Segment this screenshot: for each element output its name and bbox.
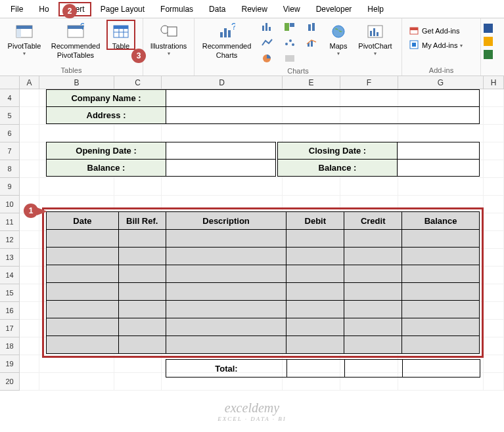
cell[interactable] — [484, 302, 504, 320]
col-header-G[interactable]: G — [398, 76, 484, 89]
cell[interactable] — [340, 178, 398, 196]
cell[interactable] — [20, 107, 39, 125]
select-all-corner[interactable] — [0, 76, 20, 89]
row-header-9[interactable]: 9 — [0, 178, 20, 196]
cell[interactable] — [484, 107, 504, 125]
row-header-13[interactable]: 13 — [0, 249, 20, 267]
cell[interactable] — [484, 320, 504, 337]
row-header-7[interactable]: 7 — [0, 142, 20, 160]
chart-hierarchy-button[interactable] — [280, 20, 300, 34]
cell[interactable] — [20, 125, 39, 142]
cell[interactable] — [484, 125, 504, 142]
row-header-5[interactable]: 5 — [0, 107, 20, 125]
cell[interactable] — [39, 196, 114, 213]
row-header-17[interactable]: 17 — [0, 320, 20, 337]
cell[interactable] — [484, 337, 504, 355]
tab-help[interactable]: Help — [361, 2, 390, 16]
pivotchart-button[interactable]: PivotChart ▾ — [355, 20, 396, 57]
cell[interactable] — [484, 284, 504, 302]
tab-developer[interactable]: Developer — [309, 2, 359, 16]
row-header-12[interactable]: 12 — [0, 231, 20, 249]
tab-home[interactable]: Ho — [32, 2, 55, 16]
cell[interactable] — [39, 373, 114, 391]
chart-line-button[interactable] — [258, 35, 277, 50]
col-header-C[interactable]: C — [114, 76, 162, 89]
bing-icon[interactable] — [482, 35, 494, 47]
chart-column-button[interactable] — [258, 20, 277, 34]
cell[interactable] — [114, 125, 162, 142]
ledger-row[interactable] — [47, 283, 480, 301]
row-header-16[interactable]: 16 — [0, 302, 20, 320]
cell[interactable] — [484, 142, 504, 160]
chart-scatter-button[interactable] — [280, 35, 300, 50]
col-header-F[interactable]: F — [340, 76, 398, 89]
cell[interactable] — [20, 267, 39, 284]
col-header-E[interactable]: E — [283, 76, 340, 89]
ledger-row[interactable] — [47, 336, 480, 354]
ledger-row[interactable] — [47, 301, 480, 318]
cell[interactable] — [398, 196, 484, 213]
get-addins-button[interactable]: Get Add-ins — [409, 25, 474, 37]
cell[interactable] — [484, 267, 504, 284]
cell[interactable] — [20, 302, 39, 320]
tab-view[interactable]: View — [277, 2, 307, 16]
illustrations-button[interactable]: Illustrations ▾ — [147, 20, 190, 57]
row-header-6[interactable]: 6 — [0, 125, 20, 142]
tab-review[interactable]: Review — [235, 2, 273, 16]
my-addins-button[interactable]: My Add-ins ▾ — [409, 39, 474, 51]
cell[interactable] — [484, 231, 504, 249]
pivottable-button[interactable]: PivotTable ▾ — [4, 20, 45, 57]
cell[interactable] — [162, 178, 283, 196]
cell[interactable] — [484, 249, 504, 267]
ledger-row[interactable] — [47, 248, 480, 265]
row-header-15[interactable]: 15 — [0, 284, 20, 302]
cell[interactable] — [20, 320, 39, 337]
recommended-pivottables-button[interactable]: ? Recommended PivotTables — [47, 20, 104, 59]
cell[interactable] — [114, 355, 162, 373]
col-header-H[interactable]: H — [484, 76, 504, 89]
cell[interactable] — [484, 373, 504, 391]
cell[interactable] — [114, 196, 162, 213]
recommended-charts-button[interactable]: ? Recommended Charts — [198, 20, 255, 59]
table-button[interactable]: Table — [106, 20, 135, 50]
maps-button[interactable]: Maps ▾ — [325, 20, 352, 57]
tab-page-layout[interactable]: Page Layout — [94, 2, 151, 16]
tab-data[interactable]: Data — [202, 2, 232, 16]
cell[interactable] — [20, 249, 39, 267]
cell[interactable] — [162, 125, 283, 142]
tab-file[interactable]: File — [4, 2, 30, 16]
cell[interactable] — [114, 373, 162, 391]
chart-stat-button[interactable] — [302, 20, 322, 34]
address-cell[interactable] — [166, 107, 480, 124]
cell[interactable] — [340, 125, 398, 142]
opening-balance-cell[interactable] — [166, 160, 276, 177]
cell[interactable] — [20, 284, 39, 302]
cell[interactable] — [283, 125, 340, 142]
cell[interactable] — [484, 178, 504, 196]
cell[interactable] — [39, 355, 114, 373]
row-header-19[interactable]: 19 — [0, 355, 20, 373]
row-header-8[interactable]: 8 — [0, 160, 20, 178]
total-debit-cell[interactable] — [287, 360, 345, 378]
col-header-D[interactable]: D — [162, 76, 283, 89]
cell[interactable] — [39, 178, 114, 196]
tab-formulas[interactable]: Formulas — [154, 2, 200, 16]
cell[interactable] — [484, 213, 504, 231]
cell[interactable] — [398, 125, 484, 142]
cell[interactable] — [484, 196, 504, 213]
row-header-10[interactable]: 10 — [0, 196, 20, 213]
cell[interactable] — [162, 196, 283, 213]
cell[interactable] — [340, 196, 398, 213]
cell[interactable] — [398, 178, 484, 196]
cell[interactable] — [20, 89, 39, 107]
cell[interactable] — [283, 196, 340, 213]
chart-combo-button[interactable] — [302, 35, 322, 50]
cell[interactable] — [20, 142, 39, 160]
row-header-18[interactable]: 18 — [0, 337, 20, 355]
ledger-selection[interactable]: Date Bill Ref. Description Debit Credit … — [46, 211, 480, 354]
cell[interactable] — [484, 89, 504, 107]
cell[interactable] — [114, 178, 162, 196]
col-header-A[interactable]: A — [20, 76, 39, 89]
visio-icon[interactable] — [482, 22, 494, 34]
cell[interactable] — [20, 337, 39, 355]
